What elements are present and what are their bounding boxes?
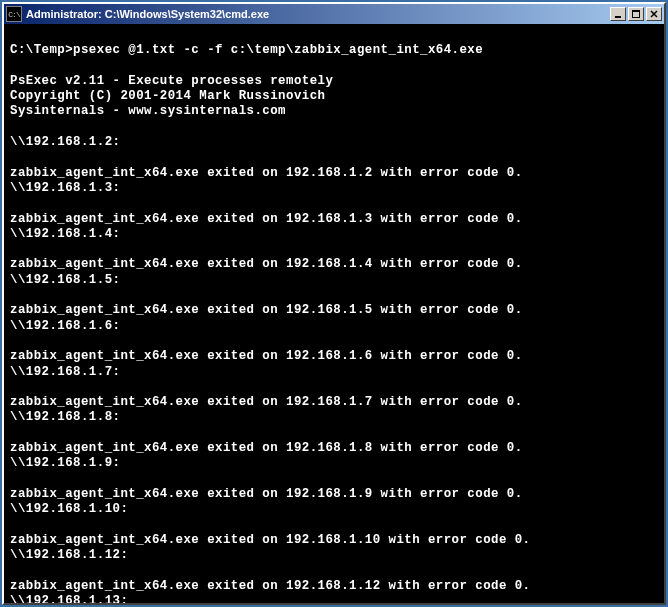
close-button[interactable]	[646, 7, 662, 21]
maximize-button[interactable]	[628, 7, 644, 21]
svg-rect-2	[632, 10, 640, 12]
cmd-window: C:\ Administrator: C:\Windows\System32\c…	[2, 2, 666, 605]
titlebar[interactable]: C:\ Administrator: C:\Windows\System32\c…	[4, 4, 664, 24]
minimize-button[interactable]	[610, 7, 626, 21]
cmd-icon[interactable]: C:\	[6, 6, 22, 22]
window-title: Administrator: C:\Windows\System32\cmd.e…	[26, 8, 608, 20]
window-buttons	[608, 7, 662, 21]
svg-rect-0	[615, 16, 621, 18]
terminal-output[interactable]: C:\Temp>psexec @1.txt -c -f c:\temp\zabb…	[4, 24, 664, 603]
